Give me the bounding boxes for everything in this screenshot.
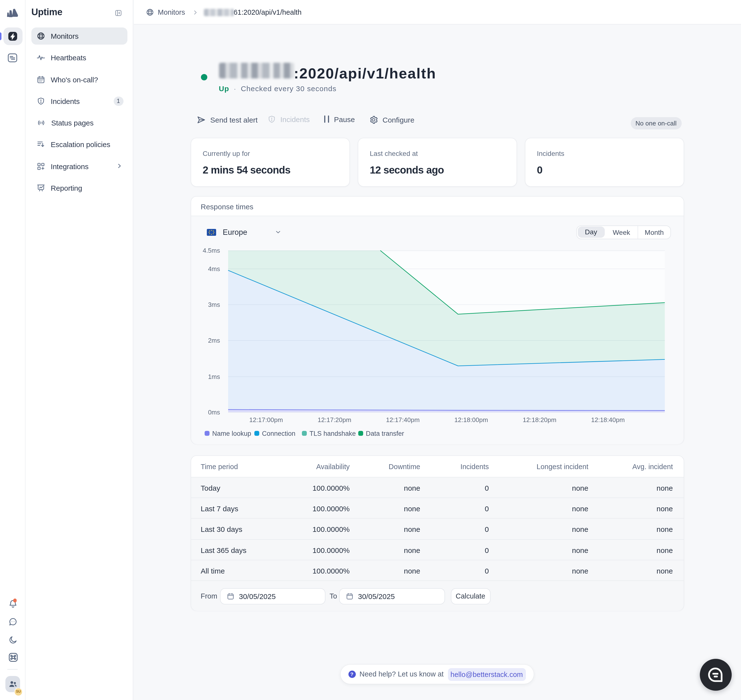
svg-text:12:17:20pm: 12:17:20pm (317, 416, 351, 424)
svg-text:2ms: 2ms (208, 337, 220, 344)
svg-text:4ms: 4ms (208, 265, 220, 272)
svg-text:4.5ms: 4.5ms (202, 247, 220, 254)
svg-text:3ms: 3ms (208, 301, 220, 308)
svg-text:12:17:00pm: 12:17:00pm (249, 416, 282, 424)
svg-text:12:17:40pm: 12:17:40pm (386, 416, 419, 424)
svg-text:Name lookup: Name lookup (212, 430, 251, 437)
svg-text:TLS handshake: TLS handshake (309, 430, 356, 437)
svg-text:Data transfer: Data transfer (366, 430, 404, 437)
svg-text:Connection: Connection (262, 430, 295, 437)
svg-text:1ms: 1ms (208, 373, 220, 380)
svg-text:12:18:00pm: 12:18:00pm (454, 416, 488, 424)
svg-text:12:18:20pm: 12:18:20pm (522, 416, 556, 424)
svg-text:12:18:40pm: 12:18:40pm (591, 416, 624, 424)
svg-text:0ms: 0ms (208, 409, 220, 416)
